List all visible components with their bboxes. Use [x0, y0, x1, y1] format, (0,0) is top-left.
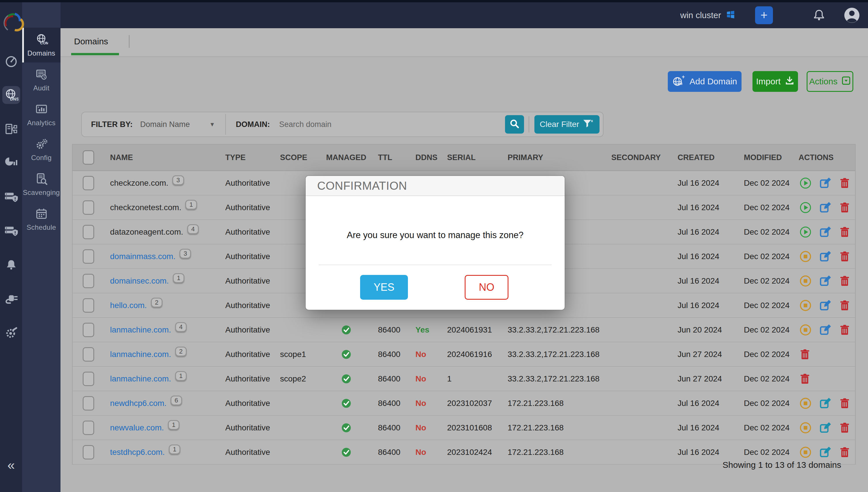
top-bar: win cluster + — [0, 2, 868, 28]
domain-name-link[interactable]: domainsec.com. — [110, 276, 169, 286]
row-checkbox[interactable] — [83, 225, 94, 239]
server-alert-icon[interactable] — [2, 188, 20, 206]
row-checkbox[interactable] — [83, 396, 94, 411]
domain-name-link[interactable]: lanmachine.com. — [110, 325, 171, 335]
stop-manage-button[interactable] — [799, 275, 812, 287]
row-checkbox[interactable] — [83, 274, 94, 288]
domain-name-link[interactable]: lanmachine.com. — [110, 374, 171, 384]
delete-button[interactable] — [839, 324, 850, 336]
svg-text:COM: COM — [675, 82, 682, 85]
server-alert2-icon[interactable] — [2, 222, 20, 240]
record-count-badge: 1 — [173, 273, 184, 283]
sidebar-item-audit[interactable]: Audit — [22, 63, 61, 97]
stop-manage-button[interactable] — [799, 397, 812, 410]
sidebar-item-domains[interactable]: COMDomains — [22, 28, 61, 63]
reports-icon[interactable] — [2, 154, 20, 172]
scope-cell: scope1 — [274, 350, 320, 359]
stop-manage-button[interactable] — [799, 250, 812, 263]
add-domain-label: Add Domain — [689, 77, 737, 87]
add-domain-button[interactable]: COM+ Add Domain — [668, 71, 742, 92]
dns-icon[interactable]: DNS — [2, 86, 20, 104]
filter-by-select[interactable]: Domain Name ▼ — [140, 120, 215, 129]
select-all-checkbox[interactable] — [83, 150, 94, 165]
admin-icon[interactable] — [2, 324, 20, 342]
domain-name-link[interactable]: lanmachine.com. — [110, 350, 171, 359]
notifications-bell-icon[interactable] — [812, 8, 826, 22]
edit-button[interactable] — [819, 422, 831, 434]
domain-name-link[interactable]: testdhcp6.com. — [110, 448, 165, 457]
row-checkbox[interactable] — [83, 445, 94, 460]
alarms-icon[interactable] — [2, 256, 20, 274]
edit-button[interactable] — [819, 324, 831, 336]
delete-button[interactable] — [799, 349, 811, 360]
delete-button[interactable] — [839, 251, 850, 262]
stop-manage-button[interactable] — [799, 299, 812, 312]
actions-button[interactable]: Actions — [807, 71, 853, 92]
user-avatar[interactable] — [843, 7, 861, 24]
no-button[interactable]: NO — [465, 275, 509, 300]
delete-button[interactable] — [799, 373, 811, 385]
domain-name-link[interactable]: newvalue.com. — [110, 423, 164, 433]
delete-button[interactable] — [839, 398, 850, 409]
row-checkbox[interactable] — [83, 323, 94, 337]
confirmation-modal: CONFIRMATION Are you sure you want to ma… — [306, 176, 565, 310]
row-checkbox-cell — [73, 421, 104, 435]
domains-icon: COM — [35, 33, 48, 48]
delete-button[interactable] — [839, 300, 850, 311]
stop-manage-button[interactable] — [799, 421, 812, 434]
sidebar-item-schedule[interactable]: Schedule — [22, 202, 61, 237]
delete-button[interactable] — [839, 446, 850, 458]
import-button[interactable]: Import — [752, 71, 798, 92]
stop-manage-button[interactable] — [799, 324, 812, 336]
domain-name-link[interactable]: hello.com. — [110, 301, 147, 310]
delete-button[interactable] — [839, 226, 850, 238]
clear-filter-button[interactable]: Clear Filter x — [534, 115, 600, 133]
dashboard-icon[interactable] — [2, 52, 20, 70]
tab-domains[interactable]: Domains — [71, 28, 111, 55]
records-icon[interactable] — [2, 120, 20, 138]
row-checkbox[interactable] — [83, 421, 94, 435]
stop-manage-button[interactable] — [799, 446, 812, 459]
type-cell: Authoritative — [219, 227, 274, 237]
edit-button[interactable] — [819, 397, 831, 409]
search-domain-input[interactable] — [279, 120, 505, 129]
delete-button[interactable] — [839, 177, 850, 189]
collapse-sidebar-button[interactable]: « — [0, 457, 22, 473]
edit-button[interactable] — [819, 201, 831, 214]
edit-button[interactable] — [819, 226, 831, 238]
edit-button[interactable] — [819, 275, 831, 287]
start-manage-button[interactable] — [799, 201, 812, 214]
app-window: win cluster + DNS « COMDomainsAuditAna — [0, 0, 868, 492]
row-checkbox[interactable] — [83, 249, 94, 264]
ddns-cell: No — [410, 399, 441, 408]
delete-button[interactable] — [839, 202, 850, 213]
row-checkbox[interactable] — [83, 347, 94, 362]
row-checkbox[interactable] — [83, 176, 94, 190]
start-manage-button[interactable] — [799, 177, 812, 190]
modal-header: CONFIRMATION — [306, 176, 565, 196]
sidebar-item-config[interactable]: Config — [22, 132, 61, 167]
yes-button[interactable]: YES — [360, 275, 408, 300]
sidebar-item-scavenging[interactable]: Scavenging — [22, 167, 61, 202]
integrations-icon[interactable] — [2, 290, 20, 308]
cluster-selector[interactable]: win cluster — [680, 10, 735, 21]
column-header-ttl: TTL — [372, 153, 410, 162]
domain-name-link[interactable]: domainmass.com. — [110, 252, 175, 261]
delete-button[interactable] — [839, 275, 850, 287]
modal-title: CONFIRMATION — [317, 179, 407, 192]
search-button[interactable] — [505, 115, 524, 133]
sidebar-item-analytics[interactable]: Analytics — [22, 97, 61, 132]
start-manage-button[interactable] — [799, 226, 812, 238]
row-checkbox[interactable] — [83, 298, 94, 313]
edit-button[interactable] — [819, 299, 831, 312]
edit-button[interactable] — [819, 446, 831, 458]
row-checkbox[interactable] — [83, 200, 94, 215]
add-new-button[interactable]: + — [755, 6, 773, 24]
edit-button[interactable] — [819, 177, 831, 189]
row-checkbox[interactable] — [83, 372, 94, 386]
column-header-name: NAME — [104, 153, 219, 162]
edit-button[interactable] — [819, 250, 831, 263]
delete-button[interactable] — [839, 422, 850, 434]
column-header-actions: ACTIONS — [793, 153, 855, 162]
domain-name-link[interactable]: newdhcp6.com. — [110, 399, 166, 408]
